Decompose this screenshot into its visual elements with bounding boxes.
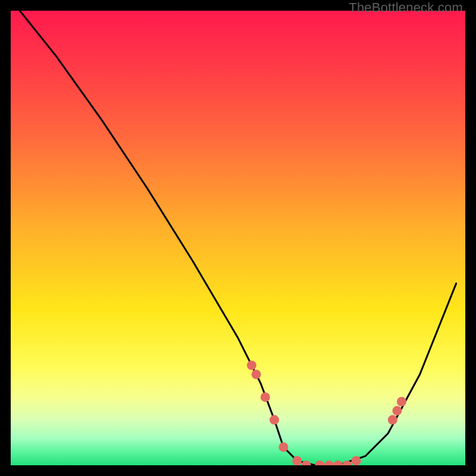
- data-point-marker: [397, 397, 406, 406]
- data-point-marker: [247, 361, 256, 370]
- data-point-markers: [247, 361, 406, 465]
- data-point-marker: [333, 461, 343, 465]
- watermark-text: TheBottleneck.com: [349, 0, 463, 15]
- data-point-marker: [292, 456, 302, 465]
- data-point-marker: [261, 392, 270, 402]
- data-point-marker: [315, 461, 325, 465]
- chart-frame: [11, 11, 465, 465]
- chart-overlay: [11, 11, 465, 465]
- data-point-marker: [352, 456, 361, 465]
- bottleneck-curve-path: [20, 11, 456, 465]
- data-point-marker: [270, 415, 279, 425]
- data-point-marker: [392, 406, 402, 415]
- data-point-marker: [278, 442, 288, 452]
- data-point-marker: [252, 369, 261, 379]
- data-point-marker: [388, 415, 397, 425]
- bottleneck-curve: [20, 11, 456, 465]
- data-point-marker: [324, 461, 334, 465]
- data-point-marker: [302, 461, 311, 465]
